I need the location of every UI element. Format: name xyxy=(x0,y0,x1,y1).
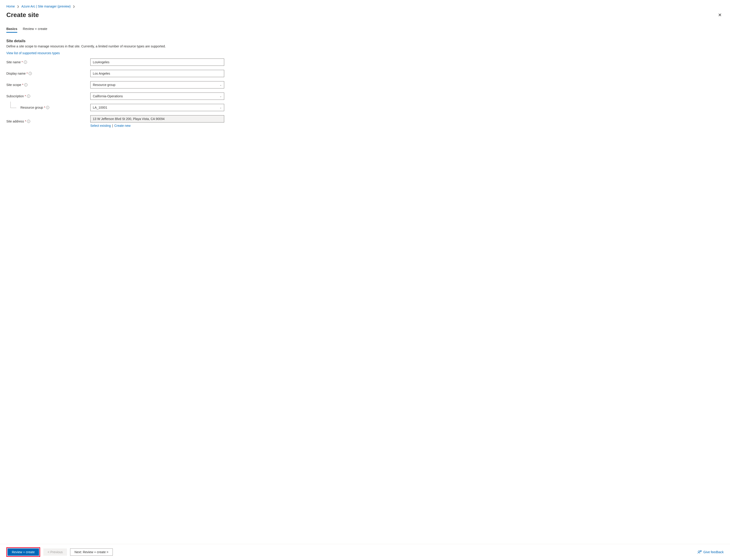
info-icon[interactable]: i xyxy=(24,61,27,64)
info-icon[interactable]: i xyxy=(27,95,30,98)
subscription-label: Subscription * i xyxy=(6,94,90,98)
display-name-input[interactable] xyxy=(90,70,224,77)
section-description: Define a site scope to manage resources … xyxy=(6,44,724,48)
tree-indent-icon xyxy=(10,102,16,108)
breadcrumb: Home ❯ Azure Arc | Site manager (preview… xyxy=(6,5,724,8)
info-icon[interactable]: i xyxy=(27,120,30,123)
resource-group-select[interactable]: LA_10001 ⌄ xyxy=(90,104,224,111)
breadcrumb-arc[interactable]: Azure Arc | Site manager (preview) xyxy=(21,5,71,8)
chevron-right-icon: ❯ xyxy=(73,5,75,8)
page-title: Create site xyxy=(6,11,39,19)
separator: | xyxy=(112,124,113,127)
subscription-select[interactable]: California-Operations ⌄ xyxy=(90,93,224,100)
required-indicator: * xyxy=(25,120,26,123)
chevron-right-icon: ❯ xyxy=(17,5,19,8)
required-indicator: * xyxy=(22,60,23,64)
site-name-label: Site name * i xyxy=(6,60,90,64)
site-name-input[interactable] xyxy=(90,59,224,66)
required-indicator: * xyxy=(27,72,28,75)
tab-review-create[interactable]: Review + create xyxy=(23,27,47,33)
select-existing-link[interactable]: Select existing xyxy=(90,124,111,127)
display-name-label: Display name * i xyxy=(6,72,90,75)
site-scope-label: Site scope * i xyxy=(6,83,90,87)
tabs: Basics Review + create xyxy=(6,27,724,33)
create-new-link[interactable]: Create new xyxy=(114,124,131,127)
close-icon[interactable]: ✕ xyxy=(716,12,724,18)
chevron-down-icon: ⌄ xyxy=(220,106,222,109)
section-title: Site details xyxy=(6,39,724,43)
tab-basics[interactable]: Basics xyxy=(6,27,17,33)
chevron-down-icon: ⌄ xyxy=(220,95,222,98)
required-indicator: * xyxy=(25,94,26,98)
info-icon[interactable]: i xyxy=(24,83,27,86)
resource-group-label: Resource group * i xyxy=(6,106,90,109)
site-address-label: Site address * i xyxy=(6,120,90,123)
required-indicator: * xyxy=(44,106,45,109)
info-icon[interactable]: i xyxy=(29,72,32,75)
required-indicator: * xyxy=(22,83,23,87)
info-icon[interactable]: i xyxy=(46,106,49,109)
supported-resources-link[interactable]: View list of supported resources types xyxy=(6,51,60,55)
breadcrumb-home[interactable]: Home xyxy=(6,5,15,8)
chevron-down-icon: ⌄ xyxy=(220,83,222,86)
site-scope-select[interactable]: Resource group ⌄ xyxy=(90,81,224,88)
site-address-input[interactable] xyxy=(90,115,224,122)
